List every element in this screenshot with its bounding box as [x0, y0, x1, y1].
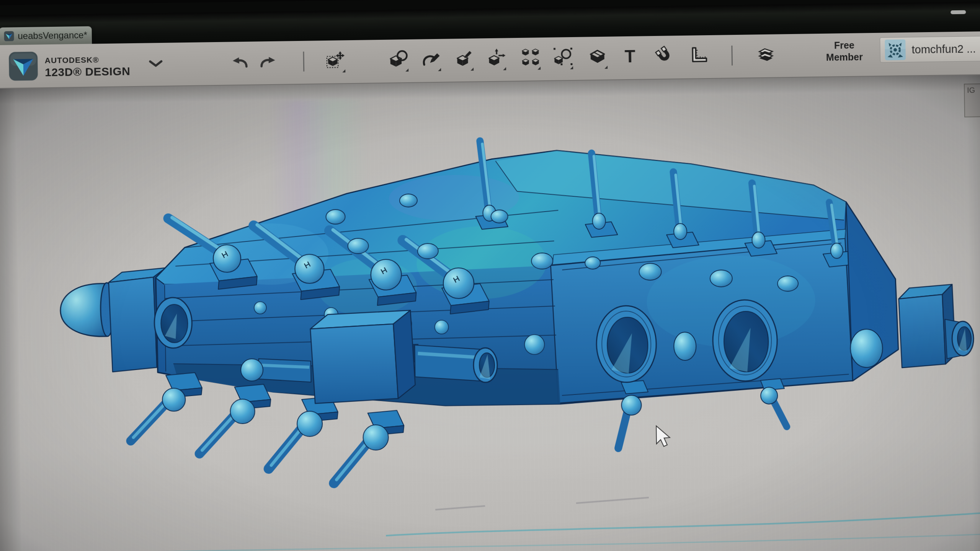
toolbar-separator [303, 52, 304, 72]
ruler-icon [689, 45, 709, 65]
document-title: ueabsVengance* [18, 30, 87, 42]
construct-button[interactable] [452, 48, 474, 70]
snap-button[interactable] [653, 45, 675, 67]
undo-button[interactable] [229, 51, 250, 73]
chevron-down-icon[interactable] [149, 60, 163, 68]
text-tool-button[interactable]: T [619, 46, 641, 67]
material-button[interactable] [755, 44, 777, 65]
document-tab[interactable]: ueabsVengance* [0, 26, 92, 45]
right-end [846, 200, 974, 381]
combine-icon [587, 47, 608, 67]
measure-button[interactable] [688, 44, 710, 66]
right-edge-flyout-tab[interactable]: IG [964, 83, 980, 117]
grouping-icon [553, 47, 573, 67]
grouping-button[interactable] [552, 46, 574, 68]
construct-icon [453, 49, 474, 69]
transform-move-button[interactable] [324, 49, 346, 71]
app-logo-icon [4, 31, 15, 41]
redo-button[interactable] [257, 51, 279, 72]
material-layers-icon [757, 46, 775, 64]
mouse-cursor [656, 426, 670, 447]
magnet-icon [654, 46, 675, 66]
sketch-icon [421, 49, 441, 69]
svg-text:T: T [625, 47, 636, 66]
app-logo-icon [8, 51, 39, 82]
toolbar-separator [731, 46, 733, 65]
3d-model[interactable] [0, 75, 980, 551]
brand-line1: AUTODESK® [45, 55, 131, 65]
modify-icon [486, 48, 506, 68]
monitor-screen: ueabsVengance* AUTODESK® 123D® DESIGN [0, 0, 980, 551]
pattern-icon [520, 47, 541, 68]
user-avatar [885, 39, 906, 60]
primitives-icon [388, 49, 408, 70]
membership-status: Free Member [808, 39, 881, 64]
combine-button[interactable] [586, 46, 608, 68]
pattern-button[interactable] [519, 47, 541, 68]
bottom-artifact-lines [7, 493, 980, 551]
minimize-button[interactable] [951, 10, 966, 15]
primitives-button[interactable] [387, 49, 409, 70]
modify-button[interactable] [485, 47, 507, 69]
app-brand: AUTODESK® 123D® DESIGN [8, 49, 130, 82]
brand-line2: 123D® DESIGN [45, 65, 131, 79]
username: tomchfun2 ... [911, 42, 976, 56]
move-cube-icon [325, 50, 345, 70]
text-icon: T [620, 46, 640, 67]
viewport-canvas[interactable]: IG [0, 75, 980, 551]
user-account-button[interactable]: tomchfun2 ... [880, 36, 980, 63]
sketch-button[interactable] [420, 48, 442, 70]
